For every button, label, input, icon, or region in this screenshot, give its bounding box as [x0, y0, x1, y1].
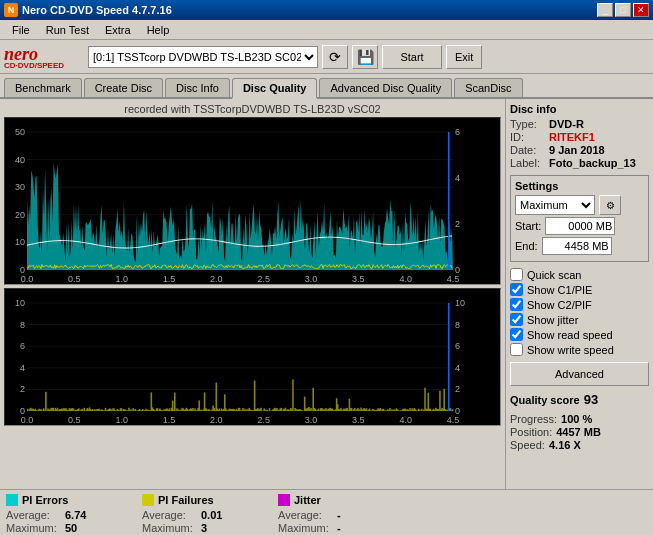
pi-failures-avg: Average: 0.01: [142, 509, 262, 521]
show-read-speed-row: Show read speed: [510, 328, 649, 341]
position-row: Position: 4457 MB: [510, 426, 649, 438]
speed-row: Maximum ⚙: [515, 195, 644, 215]
pi-failures-dot: [142, 494, 154, 506]
title-bar-buttons: _ □ ✕: [597, 3, 649, 17]
disc-info-section: Disc info Type: DVD-R ID: RITEKF1 Date: …: [510, 103, 649, 169]
quick-scan-row: Quick scan: [510, 268, 649, 281]
end-row: End:: [515, 237, 644, 255]
progress-section: Progress: 100 % Position: 4457 MB Speed:…: [510, 413, 649, 451]
nero-logo-wrap: nero CD·DVD/SPEED: [4, 44, 84, 70]
drive-select[interactable]: [0:1] TSSTcorp DVDWBD TS-LB23D SC02: [88, 46, 318, 68]
pi-errors-avg-value: 6.74: [65, 509, 86, 521]
start-button[interactable]: Start: [382, 45, 442, 69]
jitter-max-label: Maximum:: [278, 522, 333, 534]
pi-errors-max-value: 50: [65, 522, 77, 534]
bottom-chart: [4, 288, 501, 426]
quality-score-label: Quality score: [510, 394, 580, 406]
type-label: Type:: [510, 118, 545, 130]
start-input[interactable]: [545, 217, 615, 235]
disc-date-row: Date: 9 Jan 2018: [510, 144, 649, 156]
toolbar: nero CD·DVD/SPEED [0:1] TSSTcorp DVDWBD …: [0, 40, 653, 74]
maximize-button[interactable]: □: [615, 3, 631, 17]
tab-advanced-disc-quality[interactable]: Advanced Disc Quality: [319, 78, 452, 97]
pi-failures-header: PI Failures: [142, 494, 262, 506]
quick-scan-checkbox[interactable]: [510, 268, 523, 281]
position-value: 4457 MB: [556, 426, 601, 438]
menu-file[interactable]: File: [4, 22, 38, 38]
show-c2-pif-label: Show C2/PIF: [527, 299, 592, 311]
menu-help[interactable]: Help: [139, 22, 178, 38]
advanced-button[interactable]: Advanced: [510, 362, 649, 386]
menu-run-test[interactable]: Run Test: [38, 22, 97, 38]
disc-type-row: Type: DVD-R: [510, 118, 649, 130]
show-c1-pie-label: Show C1/PIE: [527, 284, 592, 296]
disc-id-row: ID: RITEKF1: [510, 131, 649, 143]
id-label: ID:: [510, 131, 545, 143]
tab-benchmark[interactable]: Benchmark: [4, 78, 82, 97]
tab-disc-quality[interactable]: Disc Quality: [232, 78, 318, 99]
pi-errors-title: PI Errors: [22, 494, 68, 506]
menu-extra[interactable]: Extra: [97, 22, 139, 38]
tab-scan-disc[interactable]: ScanDisc: [454, 78, 522, 97]
exit-button[interactable]: Exit: [446, 45, 482, 69]
jitter-header: Jitter: [278, 494, 398, 506]
jitter-title: Jitter: [294, 494, 321, 506]
show-read-speed-label: Show read speed: [527, 329, 613, 341]
nero-sub-text: CD·DVD/SPEED: [4, 61, 84, 70]
show-c1-pie-row: Show C1/PIE: [510, 283, 649, 296]
progress-row: Progress: 100 %: [510, 413, 649, 425]
tab-disc-info[interactable]: Disc Info: [165, 78, 230, 97]
show-c1-pie-checkbox[interactable]: [510, 283, 523, 296]
pi-errors-header: PI Errors: [6, 494, 126, 506]
pi-failures-legend: PI Failures Average: 0.01 Maximum: 3 Tot…: [142, 494, 262, 535]
refresh-button[interactable]: ⟳: [322, 45, 348, 69]
title-text: Nero CD-DVD Speed 4.7.7.16: [22, 4, 172, 16]
show-write-speed-label: Show write speed: [527, 344, 614, 356]
show-write-speed-checkbox[interactable]: [510, 343, 523, 356]
id-value: RITEKF1: [549, 131, 595, 143]
save-button[interactable]: 💾: [352, 45, 378, 69]
minimize-button[interactable]: _: [597, 3, 613, 17]
speed-label: Speed:: [510, 439, 545, 451]
end-input[interactable]: [542, 237, 612, 255]
pi-failures-avg-label: Average:: [142, 509, 197, 521]
tab-create-disc[interactable]: Create Disc: [84, 78, 163, 97]
sidebar: Disc info Type: DVD-R ID: RITEKF1 Date: …: [505, 99, 653, 489]
show-read-speed-checkbox[interactable]: [510, 328, 523, 341]
pi-failures-max: Maximum: 3: [142, 522, 262, 534]
chart-area: recorded with TSSTcorpDVDWBD TS-LB23D vS…: [0, 99, 505, 489]
disc-label-row: Label: Foto_backup_13: [510, 157, 649, 169]
jitter-legend: Jitter Average: - Maximum: - PO failures…: [278, 494, 398, 535]
top-chart: [4, 117, 501, 285]
speed-row-info: Speed: 4.16 X: [510, 439, 649, 451]
pi-errors-max: Maximum: 50: [6, 522, 126, 534]
show-c2-pif-checkbox[interactable]: [510, 298, 523, 311]
label-label: Label:: [510, 157, 545, 169]
jitter-avg: Average: -: [278, 509, 398, 521]
show-jitter-checkbox[interactable]: [510, 313, 523, 326]
show-jitter-row: Show jitter: [510, 313, 649, 326]
start-label: Start:: [515, 220, 541, 232]
quality-score-value: 93: [584, 392, 598, 407]
title-bar-text: N Nero CD-DVD Speed 4.7.7.16: [4, 3, 172, 17]
jitter-max-value: -: [337, 522, 341, 534]
pi-failures-max-label: Maximum:: [142, 522, 197, 534]
close-button[interactable]: ✕: [633, 3, 649, 17]
pi-errors-max-label: Maximum:: [6, 522, 61, 534]
app-icon: N: [4, 3, 18, 17]
position-label: Position:: [510, 426, 552, 438]
pi-errors-avg: Average: 6.74: [6, 509, 126, 521]
menu-bar: File Run Test Extra Help: [0, 20, 653, 40]
chart-header: recorded with TSSTcorpDVDWBD TS-LB23D vS…: [4, 103, 501, 115]
show-jitter-label: Show jitter: [527, 314, 578, 326]
pi-errors-dot: [6, 494, 18, 506]
settings-icon-button[interactable]: ⚙: [599, 195, 621, 215]
start-row: Start:: [515, 217, 644, 235]
disc-info-title: Disc info: [510, 103, 649, 115]
show-c2-pif-row: Show C2/PIF: [510, 298, 649, 311]
speed-select[interactable]: Maximum: [515, 195, 595, 215]
checkboxes-section: Quick scan Show C1/PIE Show C2/PIF Show …: [510, 268, 649, 386]
label-value: Foto_backup_13: [549, 157, 636, 169]
main-content: recorded with TSSTcorpDVDWBD TS-LB23D vS…: [0, 99, 653, 489]
pi-failures-title: PI Failures: [158, 494, 214, 506]
